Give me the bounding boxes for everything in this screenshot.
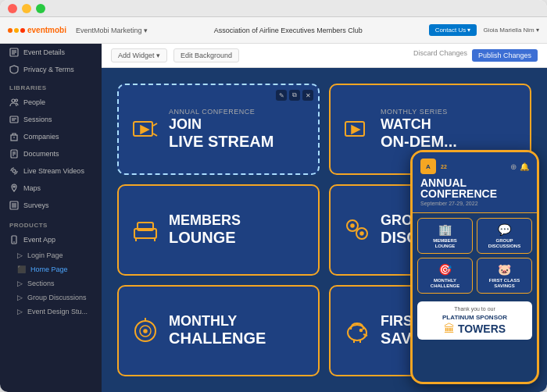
sponsor-intro: Thank you to our — [422, 306, 527, 312]
mobile-header: A 22 ⊕ 🔔 ANNUAL CONFERENCE Se — [413, 152, 537, 213]
mobile-date: September 27-29, 2022 — [420, 201, 529, 206]
sidebar-subitem-groupdisc[interactable]: ▷ Group Discussions — [0, 290, 102, 305]
content-area: Add Widget ▾ Edit Background Discard Cha… — [102, 44, 547, 392]
user-menu[interactable]: Gioia Mariella Nim ▾ — [483, 27, 539, 34]
close-button[interactable] — [8, 4, 17, 13]
duplicate-icon[interactable]: ⧉ — [289, 90, 300, 101]
svg-point-35 — [351, 224, 354, 227]
canvas: ✎ ⧉ ✕ Annual Conference JOIN LIVE STREAM — [102, 68, 547, 392]
svg-point-39 — [144, 330, 147, 333]
libraries-header: LIBRARIES — [0, 78, 102, 94]
contact-button[interactable]: Contact Us ▾ — [429, 24, 477, 36]
browser-bar: eventmobi EventMobi Marketing ▾ Associat… — [0, 17, 547, 44]
event-details-icon — [9, 48, 19, 57]
svg-point-42 — [360, 329, 363, 331]
mobile-card-savings[interactable]: 🐷 FIRST CLASSSAVINGS — [477, 258, 532, 294]
card-monthly-challenge[interactable]: MONTHLY CHALLENGE — [117, 285, 320, 376]
sponsor-name: TOWERS — [458, 323, 506, 335]
sidebar-item-privacy[interactable]: Privacy & Terms — [0, 61, 102, 78]
stream-icon — [9, 166, 19, 176]
mobile-group-icon: 💬 — [498, 223, 511, 236]
card-members-lounge[interactable]: MEMBERS LOUNGE — [117, 184, 320, 276]
surveys-icon — [9, 201, 19, 210]
browser-nav[interactable]: EventMobi Marketing ▾ — [76, 27, 148, 34]
edit-icon[interactable]: ✎ — [276, 90, 287, 101]
minimize-button[interactable] — [22, 4, 31, 13]
towers-icon: 🏛 — [444, 323, 455, 335]
sidebar-item-surveys[interactable]: Surveys — [0, 197, 102, 214]
sidebar-subitem-design[interactable]: ▷ Event Design Stu... — [0, 305, 102, 319]
design-icon: ▷ — [17, 308, 23, 315]
sidebar-item-people[interactable]: People — [0, 94, 102, 111]
card-livestream[interactable]: ✎ ⧉ ✕ Annual Conference JOIN LIVE STREAM — [117, 84, 320, 175]
mobile-card-challenge[interactable]: 🎯 MONTHLYCHALLENGE — [417, 258, 473, 294]
sidebar-label-people: People — [23, 98, 45, 106]
search-icon[interactable]: ⊕ — [510, 162, 517, 171]
sidebar-label-event-app: Event App — [23, 236, 55, 244]
mobile-title: ANNUAL CONFERENCE — [420, 177, 529, 199]
mobile-conf-num: 22 — [441, 164, 447, 169]
sidebar-item-event-app[interactable]: Event App — [0, 231, 102, 248]
svg-marker-28 — [352, 126, 359, 134]
sidebar-subitem-sections[interactable]: ▷ Sections — [0, 276, 102, 290]
card-title-4: MONTHLY CHALLENGE — [169, 314, 306, 347]
edit-background-button[interactable]: Edit Background — [173, 48, 239, 62]
home-icon: ⬛ — [17, 265, 26, 273]
maximize-button[interactable] — [36, 4, 45, 13]
sidebar-subitem-homepage[interactable]: ⬛ Home Page — [0, 262, 102, 276]
svg-rect-6 — [10, 116, 18, 123]
svg-line-26 — [153, 134, 157, 136]
sidebar-label-design: Event Design Stu... — [27, 308, 88, 315]
title-bar — [0, 0, 547, 17]
toolbar: Add Widget ▾ Edit Background Discard Cha… — [102, 44, 547, 68]
documents-icon — [9, 149, 19, 159]
add-widget-button[interactable]: Add Widget ▾ — [111, 48, 167, 62]
savings-card-icon — [343, 317, 371, 345]
mobile-card-label-0: MEMBERSLOUNGE — [433, 238, 457, 248]
sidebar-label-companies: Companies — [23, 133, 59, 141]
main-layout: Event Details Privacy & Terms LIBRARIES … — [0, 44, 547, 392]
card-text-challenge: MONTHLY CHALLENGE — [169, 314, 306, 347]
sponsor-label: PLATINUM SPONSOR — [422, 314, 527, 321]
play-card-icon — [343, 116, 371, 144]
eventmobi-logo: eventmobi — [8, 26, 66, 34]
sidebar-label-documents: Documents — [23, 150, 59, 158]
bell-icon[interactable]: 🔔 — [520, 162, 529, 171]
sidebar-label-homepage: Home Page — [30, 265, 68, 273]
group-icon: ▷ — [17, 294, 23, 301]
card-subtitle-1: Monthly Series — [381, 108, 517, 116]
sidebar-label-login: Login Page — [27, 251, 63, 259]
sidebar-item-maps[interactable]: Maps — [0, 180, 102, 197]
sidebar-item-livestream[interactable]: Live Stream Videos — [0, 162, 102, 180]
mobile-card-group[interactable]: 💬 GROUPDISCUSSIONS — [477, 218, 532, 254]
sidebar-item-sessions[interactable]: Sessions — [0, 111, 102, 128]
lounge-card-icon — [131, 216, 159, 244]
card-text-watch: Monthly Series WATCH ON-DEM... — [381, 108, 517, 151]
svg-point-16 — [13, 186, 15, 187]
mobile-challenge-icon: 🎯 — [438, 263, 452, 276]
toolbar-actions: Discard Changes Publish Changes — [413, 49, 538, 62]
mac-window: eventmobi EventMobi Marketing ▾ Associat… — [0, 0, 547, 392]
sidebar-label-event-details: Event Details — [23, 48, 65, 56]
svg-point-36 — [360, 232, 363, 235]
sidebar-item-event-details[interactable]: Event Details — [0, 44, 102, 61]
sidebar-label-sessions: Sessions — [23, 116, 52, 123]
publish-button[interactable]: Publish Changes — [472, 49, 538, 62]
stream-card-icon — [131, 116, 159, 144]
companies-icon — [9, 132, 19, 141]
mobile-header-top: A 22 ⊕ 🔔 — [420, 159, 529, 174]
login-icon: ▷ — [17, 251, 23, 259]
card-edit-icons: ✎ ⧉ ✕ — [276, 90, 313, 101]
sidebar-subitem-login[interactable]: ▷ Login Page — [0, 248, 102, 262]
sidebar-item-documents[interactable]: Documents — [0, 145, 102, 162]
browser-page-title: Association of Airline Executives Member… — [154, 27, 423, 34]
mobile-overlay: A 22 ⊕ 🔔 ANNUAL CONFERENCE Se — [410, 150, 539, 384]
discard-button[interactable]: Discard Changes — [413, 49, 467, 62]
mobile-card-members[interactable]: 🏢 MEMBERSLOUNGE — [417, 218, 473, 254]
card-text-lounge: MEMBERS LOUNGE — [169, 213, 306, 247]
maps-icon — [9, 184, 19, 193]
sidebar-item-companies[interactable]: Companies — [0, 128, 102, 145]
delete-icon[interactable]: ✕ — [302, 90, 313, 101]
challenge-card-icon — [131, 317, 159, 345]
event-app-icon — [9, 235, 19, 244]
